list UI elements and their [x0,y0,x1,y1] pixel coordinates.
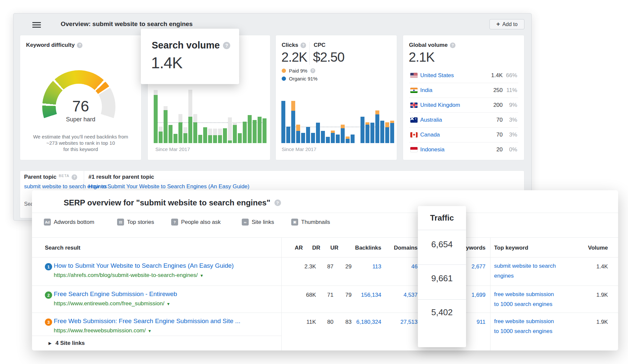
column-header-ar[interactable]: AR [283,245,303,251]
country-share: 11% [501,87,517,94]
column-header-ur[interactable]: UR [319,245,338,251]
chevron-down-icon: ▼ [166,302,170,306]
ca-flag-icon [410,132,418,137]
country-volume: 200 [476,102,503,108]
traffic-value-2: 9,661 [418,273,466,284]
add-to-button[interactable]: + Add to [489,19,524,29]
country-link[interactable]: Indonesia [420,146,445,153]
cell-domains[interactable]: 4,537 [385,292,418,298]
help-icon[interactable]: ? [77,43,82,48]
global-volume-label: Global volume [409,42,448,48]
cell-backlinks[interactable]: 6,180,324 [348,319,381,325]
gb-flag-icon [410,103,418,108]
paid-legend: Paid 9% ? [282,68,315,74]
site-links-expander[interactable]: ▶ 4 Site links [48,336,85,350]
site-links-label: 4 Site links [55,340,85,347]
country-link[interactable]: Australia [420,117,442,123]
keyword-difficulty-label: Keyword difficulty [26,42,75,48]
id-flag-icon [410,147,418,152]
organic-dot-icon [282,76,286,81]
difficulty-note: We estimate that you’ll need backlinks f… [20,134,141,152]
country-row-in: India25011% [403,83,524,98]
cell-top-keyword[interactable]: free website submissionto 1000 search en… [494,289,554,309]
country-volume: 70 [476,117,503,123]
result-url[interactable]: https://www.freewebsubmission.com/▼ [54,327,152,334]
country-link[interactable]: United States [420,72,454,79]
serp-feature-label: People also ask [181,219,221,226]
thumbnails-icon: ▣ [291,219,298,226]
country-list: United States1.4K66%India25011%United Ki… [403,68,524,160]
search-volume-popup: Search volume ? 1.4K [141,29,239,84]
country-volume: 70 [476,132,503,138]
help-icon[interactable]: ? [450,43,455,48]
row-divider [409,127,518,128]
clicks-value: 2.2K [281,50,307,65]
page-title: Overview: submit website to search engin… [61,20,193,28]
country-volume: 20 [476,146,503,153]
country-link[interactable]: India [420,87,432,94]
traffic-value-3: 5,402 [418,307,466,318]
country-link[interactable]: Canada [420,132,440,138]
serp-feature-adwords-bottom[interactable]: AdAdwords bottom [44,219,94,226]
country-row-us: United States1.4K66% [403,68,524,83]
country-share: 3% [501,117,517,123]
help-icon[interactable]: ? [300,43,306,48]
keyword-difficulty-card: Keyword difficulty ? 76 Super hard We es… [20,35,141,160]
cell-ur: 29 [319,263,352,270]
column-header-dr[interactable]: DR [300,245,320,251]
column-header-volume[interactable]: Volume [575,245,608,251]
help-icon[interactable]: ? [310,68,315,73]
row-divider [409,83,518,83]
country-row-id: Indonesia200% [403,142,524,157]
cell-top-keyword[interactable]: submit website to searchengines [494,261,556,281]
country-share: 66% [501,72,517,79]
cell-domains[interactable]: 46 [385,263,418,270]
cell-backlinks[interactable]: 113 [348,263,381,270]
parent-topic-label: Parent topic [24,174,56,180]
cell-domains[interactable]: 27,513 [385,319,418,325]
country-row-gb: United Kingdom2009% [403,98,524,112]
divider [418,264,466,265]
chart-caption: Since Mar 2017 [155,146,190,152]
serp-feature-label: Top stories [127,219,154,226]
cell-backlinks[interactable]: 156,134 [348,292,381,298]
cell-top-keyword[interactable]: free website submissionto 1000 search en… [494,317,554,336]
serp-feature-label: Thumbnails [301,219,330,226]
serp-feature-site-links[interactable]: ∞Site links [242,219,274,226]
position-badge: 2 [45,291,52,299]
first-result-link[interactable]: How to Submit Your Website to Search Eng… [88,183,249,190]
serp-feature-people-also-ask[interactable]: ?People also ask [171,219,221,226]
menu-hamburger-icon[interactable] [32,22,41,28]
help-icon[interactable]: ? [72,174,77,180]
result-title-link[interactable]: Free Search Engine Submission - Entirewe… [54,290,177,298]
result-url[interactable]: https://ahrefs.com/blog/submit-website-t… [54,272,204,279]
column-header-top-keyword[interactable]: Top keyword [494,245,528,251]
serp-overview-panel: SERP overview for "submit website to sea… [32,190,618,350]
serp-feature-label: Site links [252,219,274,226]
row-divider [409,112,518,113]
column-header-backlinks[interactable]: Backlinks [348,245,381,251]
result-title-link[interactable]: Free Web Submission: Free Search Engine … [54,318,240,325]
result-title-link[interactable]: How to Submit Your Website to Search Eng… [54,262,234,269]
country-share: 9% [501,102,517,108]
row-divider [409,98,518,98]
country-volume: 1.4K [476,72,503,79]
search-volume-value: 1.4K [151,54,182,72]
column-header-search-result[interactable]: Search result [45,245,80,251]
traffic-header[interactable]: Traffic [418,213,466,223]
serp-feature-top-stories[interactable]: ▤Top stories [117,219,154,226]
help-icon[interactable]: ? [223,42,230,49]
country-link[interactable]: United Kingdom [420,102,460,108]
site-links-icon: ∞ [242,219,249,226]
serp-feature-thumbnails[interactable]: ▣Thumbnails [291,219,330,226]
position-badge: 1 [45,263,52,270]
cell-volume: 1.9K [575,292,608,298]
serp-result-row-3: 3Free Web Submission: Free Search Engine… [32,313,618,336]
column-header-domains[interactable]: Domains [385,245,418,251]
cell-volume: 1.4K [575,263,608,270]
chart-caption: Since Mar 2017 [282,146,316,152]
result-url[interactable]: https://www.entireweb.com/free_submissio… [54,300,170,307]
help-icon[interactable]: ? [274,199,281,206]
clicks-bar-chart [281,87,394,143]
expand-triangle-icon: ▶ [48,341,51,346]
